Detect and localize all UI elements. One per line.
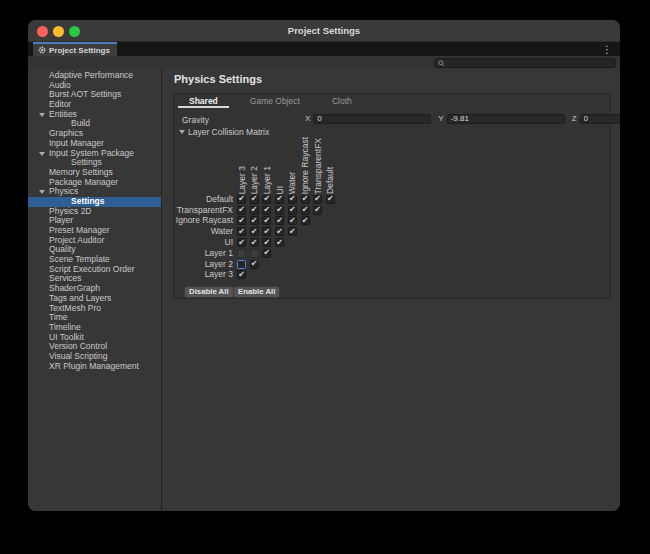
matrix-checkbox-layer-1-vs-layer-3[interactable] (237, 249, 246, 258)
checkmark-icon: ✔ (251, 260, 258, 268)
sidebar-item-time[interactable]: Time (28, 313, 161, 323)
matrix-col-label-layer-2: Layer 2 (248, 130, 261, 194)
dock-tab-bar: Project Settings ⋮ (28, 42, 620, 56)
checkmark-icon: ✔ (251, 195, 258, 203)
disable-all-button[interactable]: Disable All (184, 286, 234, 298)
matrix-checkbox-default-vs-default[interactable]: ✔ (326, 195, 335, 204)
gravity-z-field[interactable] (580, 114, 620, 124)
foldout-arrow-icon[interactable] (39, 113, 45, 117)
matrix-checkbox-default-vs-layer-1[interactable]: ✔ (262, 195, 271, 204)
gravity-z-group: Z (572, 113, 620, 124)
sidebar-item-package-manager[interactable]: Package Manager (28, 178, 161, 188)
matrix-checkbox-layer-2-vs-layer-2[interactable]: ✔ (250, 260, 259, 269)
sidebar-item-xr-plugin-management[interactable]: XR Plugin Management (28, 362, 161, 372)
matrix-col-label-text: Water (287, 172, 297, 194)
matrix-checkbox-default-vs-ui[interactable]: ✔ (275, 195, 284, 204)
physics-settings-groupbox: Shared Game Object Cloth Gravity X Y (173, 93, 611, 299)
checkmark-icon: ✔ (276, 195, 283, 203)
matrix-checkbox-ignore-raycast-vs-layer-1[interactable]: ✔ (262, 216, 271, 225)
enable-all-button[interactable]: Enable All (233, 286, 280, 298)
matrix-checkbox-water-vs-layer-3[interactable]: ✔ (237, 227, 246, 236)
more-options-button[interactable]: ⋮ (602, 43, 612, 56)
sidebar-item-build[interactable]: Build (28, 119, 161, 129)
matrix-checkbox-ignore-raycast-vs-ui[interactable]: ✔ (275, 216, 284, 225)
matrix-checkbox-default-vs-water[interactable]: ✔ (288, 195, 297, 204)
page-title: Physics Settings (174, 73, 262, 85)
matrix-row-label-ui: UI (174, 238, 233, 248)
matrix-col-label-water: Water (286, 130, 299, 194)
sidebar-item-project-auditor[interactable]: Project Auditor (28, 236, 161, 246)
matrix-checkbox-layer-1-vs-layer-2[interactable] (250, 249, 259, 258)
checkmark-icon: ✔ (238, 239, 245, 247)
tab-shared[interactable]: Shared (178, 94, 229, 108)
search-box[interactable] (434, 58, 616, 68)
gravity-y-field[interactable] (447, 114, 565, 124)
matrix-checkbox-transparentfx-vs-water[interactable]: ✔ (288, 206, 297, 215)
sidebar-item-physics-2d[interactable]: Physics 2D (28, 207, 161, 217)
tab-project-settings[interactable]: Project Settings (33, 42, 117, 56)
sidebar-item-adaptive-performance[interactable]: Adaptive Performance (28, 71, 161, 81)
checkmark-icon: ✔ (238, 206, 245, 214)
matrix-checkbox-water-vs-layer-1[interactable]: ✔ (262, 227, 271, 236)
matrix-checkbox-transparentfx-vs-ui[interactable]: ✔ (275, 206, 284, 215)
checkmark-icon: ✔ (264, 239, 271, 247)
matrix-checkbox-default-vs-ignore-raycast[interactable]: ✔ (301, 195, 310, 204)
checkmark-icon: ✔ (238, 271, 245, 279)
foldout-arrow-icon (179, 130, 185, 134)
matrix-checkbox-transparentfx-vs-ignore-raycast[interactable]: ✔ (301, 206, 310, 215)
tab-cloth[interactable]: Cloth (321, 94, 363, 108)
matrix-checkbox-layer-1-vs-layer-1[interactable]: ✔ (262, 249, 271, 258)
sidebar-item-timeline[interactable]: Timeline (28, 323, 161, 333)
matrix-checkbox-transparentfx-vs-transparentfx[interactable]: ✔ (313, 206, 322, 215)
checkmark-icon: ✔ (264, 195, 271, 203)
matrix-checkbox-transparentfx-vs-layer-2[interactable]: ✔ (250, 206, 259, 215)
matrix-checkbox-ignore-raycast-vs-water[interactable]: ✔ (288, 216, 297, 225)
matrix-checkbox-default-vs-layer-3[interactable]: ✔ (237, 195, 246, 204)
matrix-checkbox-ignore-raycast-vs-layer-3[interactable]: ✔ (237, 216, 246, 225)
checkmark-icon: ✔ (251, 206, 258, 214)
matrix-checkbox-ui-vs-layer-2[interactable]: ✔ (250, 238, 259, 247)
matrix-checkbox-default-vs-transparentfx[interactable]: ✔ (313, 195, 322, 204)
checkmark-icon: ✔ (289, 206, 296, 214)
window-title: Project Settings (28, 20, 620, 42)
content-area: Adaptive PerformanceAudioBurst AOT Setti… (28, 69, 620, 511)
sidebar-item-settings[interactable]: Settings (28, 197, 161, 207)
screenshot-stage: Project Settings Project Settings ⋮ (0, 0, 650, 554)
matrix-col-label-layer-1: Layer 1 (260, 130, 273, 194)
matrix-checkbox-ignore-raycast-vs-ignore-raycast[interactable]: ✔ (301, 216, 310, 225)
matrix-checkbox-default-vs-layer-2[interactable]: ✔ (250, 195, 259, 204)
matrix-col-label-text: TransparentFX (313, 138, 323, 194)
sidebar-item-script-execution-order[interactable]: Script Execution Order (28, 265, 161, 275)
checkmark-icon: ✔ (314, 195, 321, 203)
matrix-col-label-ui: UI (273, 130, 286, 194)
gravity-x-field[interactable] (313, 114, 431, 124)
matrix-checkbox-layer-2-vs-layer-3[interactable] (237, 260, 246, 269)
gravity-y-label: Y (438, 114, 443, 123)
sidebar-item-entities[interactable]: Entities (28, 110, 161, 120)
foldout-arrow-icon[interactable] (39, 152, 45, 156)
matrix-checkbox-transparentfx-vs-layer-3[interactable]: ✔ (237, 206, 246, 215)
sidebar-item-editor[interactable]: Editor (28, 100, 161, 110)
matrix-checkbox-ui-vs-layer-1[interactable]: ✔ (262, 238, 271, 247)
matrix-checkbox-water-vs-layer-2[interactable]: ✔ (250, 227, 259, 236)
matrix-row-label-default: Default (174, 195, 233, 205)
matrix-checkbox-water-vs-water[interactable]: ✔ (288, 227, 297, 236)
tab-game-object[interactable]: Game Object (239, 94, 311, 108)
sidebar-item-textmesh-pro[interactable]: TextMesh Pro (28, 304, 161, 314)
foldout-arrow-icon[interactable] (39, 190, 45, 194)
matrix-checkbox-layer-3-vs-layer-3[interactable]: ✔ (237, 270, 246, 279)
sidebar-item-burst-aot-settings[interactable]: Burst AOT Settings (28, 90, 161, 100)
matrix-checkbox-transparentfx-vs-layer-1[interactable]: ✔ (262, 206, 271, 215)
matrix-checkbox-ui-vs-layer-3[interactable]: ✔ (237, 238, 246, 247)
matrix-checkbox-water-vs-ui[interactable]: ✔ (275, 227, 284, 236)
checkmark-icon: ✔ (251, 228, 258, 236)
sidebar-item-label: XR Plugin Management (49, 362, 139, 372)
search-row (28, 56, 620, 69)
checkmark-icon: ✔ (276, 239, 283, 247)
matrix-checkbox-ignore-raycast-vs-layer-2[interactable]: ✔ (250, 216, 259, 225)
matrix-col-label-transparentfx: TransparentFX (311, 130, 324, 194)
matrix-checkbox-ui-vs-ui[interactable]: ✔ (275, 238, 284, 247)
search-input[interactable] (447, 59, 612, 67)
gravity-z-label: Z (572, 114, 577, 123)
gravity-fields: X Y Z (305, 113, 605, 124)
